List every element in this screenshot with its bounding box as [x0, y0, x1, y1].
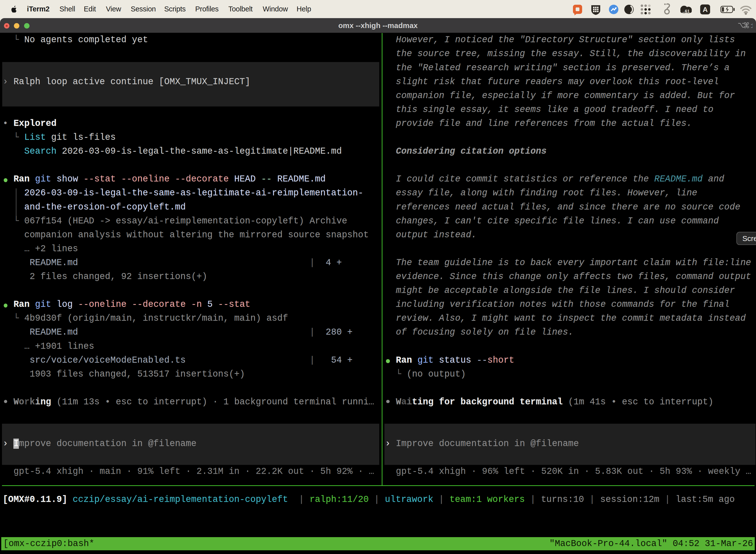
svg-text:..61: ..61	[683, 9, 690, 14]
svg-text:A: A	[703, 6, 708, 13]
svg-text:1: 1	[751, 22, 753, 29]
